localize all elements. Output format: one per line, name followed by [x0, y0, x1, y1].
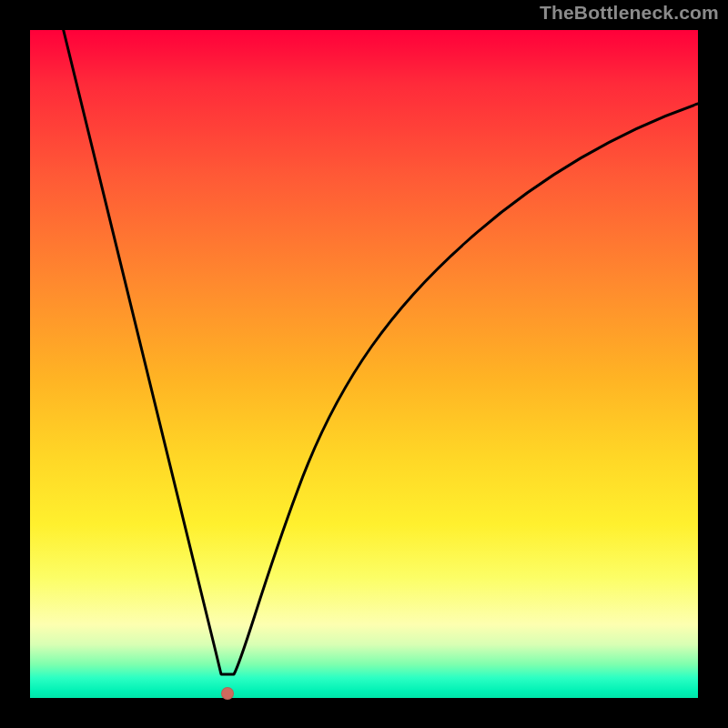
plot-area — [30, 30, 698, 698]
optimum-marker — [221, 687, 234, 700]
watermark-text: TheBottleneck.com — [540, 2, 719, 24]
curve-path — [64, 30, 698, 674]
bottleneck-curve — [30, 30, 698, 698]
chart-frame: TheBottleneck.com — [0, 0, 728, 728]
